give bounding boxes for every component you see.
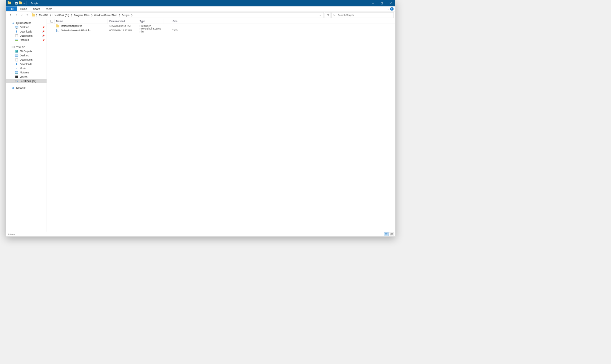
sidebar-item-documents[interactable]: Documents: [6, 58, 47, 62]
address-dropdown-icon[interactable]: ⌄: [318, 14, 323, 17]
ps-icon: >_: [56, 29, 59, 32]
ribbon: File Home Share View ⌄ ?: [6, 6, 395, 11]
chevron-right-icon[interactable]: ❯: [70, 14, 72, 16]
sidebar-item-music[interactable]: ♪Music: [6, 66, 47, 70]
item-count: 2 items: [8, 233, 15, 235]
refresh-button[interactable]: [325, 12, 331, 18]
navigation-row: ❯ This PC ❯ Local Disk (C:) ❯ Program Fi…: [6, 11, 395, 19]
pic-icon: [15, 38, 18, 41]
qat-newfolder-icon[interactable]: [19, 2, 22, 5]
file-row[interactable]: >_Get-WindowsAutoPilotInfo6/26/2019 12:2…: [47, 28, 395, 32]
file-name: InstalledScriptInfos: [61, 24, 82, 27]
ribbon-tab-home[interactable]: Home: [17, 6, 30, 11]
folder-icon: [32, 14, 35, 16]
svg-line-6: [335, 16, 336, 16]
file-rows[interactable]: InstalledScriptInfos1/27/2020 2:14 PMFil…: [47, 24, 395, 232]
sidebar-item-local-disk-c-[interactable]: Local Disk (C:): [6, 79, 47, 83]
close-button[interactable]: [386, 0, 395, 7]
sidebar-item-3d-objects[interactable]: 3D Objects: [6, 49, 47, 53]
file-size: [163, 24, 179, 28]
chevron-right-icon[interactable]: ❯: [91, 14, 93, 16]
chevron-right-icon[interactable]: ❯: [118, 14, 121, 16]
file-list: Name ˄ Date modified Type Size Installed…: [47, 19, 395, 232]
ribbon-tab-view[interactable]: View: [43, 6, 55, 11]
address-bar[interactable]: ❯ This PC ❯ Local Disk (C:) ❯ Program Fi…: [31, 12, 324, 18]
3d-icon: [15, 50, 18, 53]
back-button[interactable]: [8, 13, 13, 18]
column-checkbox[interactable]: [49, 19, 55, 24]
breadcrumb-powershell[interactable]: WindowsPowerShell: [93, 14, 118, 17]
qat-dropdown-icon[interactable]: ▾: [24, 2, 25, 4]
column-type[interactable]: Type: [138, 19, 163, 24]
app-folder-icon: [8, 2, 11, 5]
star-icon: ★: [12, 21, 15, 24]
svg-rect-2: [381, 2, 383, 4]
pic-icon: [15, 71, 18, 74]
network-icon: 🖧: [12, 87, 15, 90]
sidebar-network[interactable]: 🖧 Network: [6, 86, 47, 90]
sidebar-item-desktop[interactable]: Desktop📌: [6, 25, 47, 29]
video-icon: [15, 75, 18, 78]
chevron-right-icon[interactable]: ❯: [36, 14, 38, 16]
ribbon-collapse-icon[interactable]: ⌄: [387, 7, 389, 10]
ribbon-file[interactable]: File: [6, 6, 17, 11]
file-size: 7 KB: [163, 28, 179, 32]
recent-locations-button[interactable]: [20, 13, 24, 18]
pc-icon: [12, 45, 15, 48]
view-thumbnails-button[interactable]: [389, 232, 394, 236]
chevron-right-icon[interactable]: ❯: [49, 14, 51, 16]
file-date: 1/27/2020 2:14 PM: [108, 24, 138, 28]
file-row[interactable]: InstalledScriptInfos1/27/2020 2:14 PMFil…: [47, 24, 395, 28]
svg-rect-12: [390, 235, 391, 235]
monitor-icon: [15, 26, 18, 29]
sidebar-this-pc[interactable]: This PC: [6, 45, 47, 49]
navigation-pane[interactable]: ★ Quick access Desktop📌⬇Downloads📌Docume…: [6, 19, 47, 232]
column-headers: Name ˄ Date modified Type Size: [47, 19, 395, 24]
sidebar-item-videos[interactable]: Videos: [6, 75, 47, 79]
breadcrumb-this-pc[interactable]: This PC: [38, 14, 49, 17]
file-type: PowerShell Source File: [138, 28, 163, 32]
breadcrumb-scripts[interactable]: Scripts: [121, 14, 130, 17]
doc-icon: [15, 34, 18, 37]
ribbon-tab-share[interactable]: Share: [30, 6, 43, 11]
status-bar: 2 items: [6, 232, 395, 237]
file-date: 6/26/2019 12:27 PM: [108, 28, 138, 32]
sidebar-item-pictures[interactable]: Pictures: [6, 70, 47, 75]
pin-icon: 📌: [42, 26, 45, 28]
breadcrumb-program-files[interactable]: Program Files: [73, 14, 90, 17]
sidebar-item-pictures[interactable]: Pictures📌: [6, 38, 47, 42]
up-button[interactable]: [24, 13, 30, 18]
chevron-right-icon[interactable]: ❯: [131, 14, 133, 16]
sidebar-item-downloads[interactable]: ⬇Downloads: [6, 62, 47, 66]
sidebar-item-desktop[interactable]: Desktop: [6, 53, 47, 58]
window-title: Scripts: [31, 2, 38, 5]
folder-icon: [56, 24, 59, 27]
svg-rect-13: [391, 235, 392, 235]
maximize-button[interactable]: [377, 0, 386, 7]
forward-button[interactable]: [14, 13, 19, 18]
svg-rect-0: [15, 2, 18, 4]
help-icon[interactable]: ?: [390, 7, 394, 11]
minimize-button[interactable]: [368, 0, 377, 7]
sidebar-quick-access[interactable]: ★ Quick access: [6, 21, 47, 25]
file-name: Get-WindowsAutoPilotInfo: [61, 29, 90, 32]
search-input[interactable]: [338, 14, 392, 17]
svg-point-5: [334, 14, 335, 16]
drive-icon: [15, 80, 18, 83]
pin-icon: 📌: [42, 30, 45, 33]
column-name[interactable]: Name ˄: [55, 19, 108, 24]
search-box[interactable]: [331, 12, 394, 18]
column-date[interactable]: Date modified: [108, 19, 138, 24]
breadcrumb-local-disk[interactable]: Local Disk (C:): [52, 14, 70, 17]
qat-properties-icon[interactable]: [15, 2, 18, 5]
explorer-window: ▾ Scripts File Home Share View ⌄ ?: [6, 0, 395, 237]
svg-rect-10: [390, 233, 391, 234]
svg-rect-11: [391, 233, 392, 234]
search-icon: [333, 14, 336, 16]
view-details-button[interactable]: [384, 232, 389, 236]
column-size[interactable]: Size: [163, 19, 179, 24]
sidebar-item-documents[interactable]: Documents📌: [6, 33, 47, 38]
pin-icon: 📌: [42, 34, 45, 37]
sidebar-item-downloads[interactable]: ⬇Downloads📌: [6, 29, 47, 33]
titlebar[interactable]: ▾ Scripts: [6, 0, 395, 7]
